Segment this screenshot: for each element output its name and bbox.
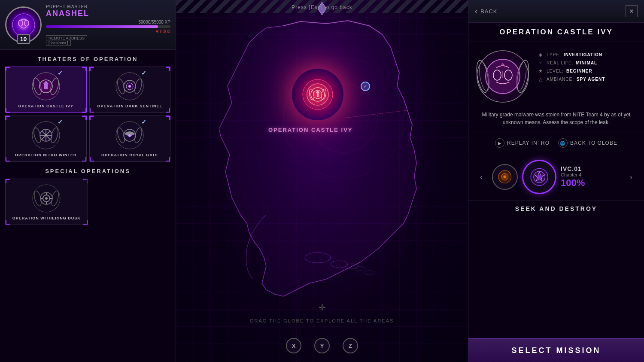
stat-level: ★ LEVEL: BEGINNER — [537, 68, 638, 74]
op-check-nitro-winter: ✓ — [58, 119, 63, 125]
svg-point-26 — [128, 134, 131, 137]
mission-carousel: ‹ IV — [468, 153, 644, 201]
player-info: PUPPET MASTER ANASHEL 50000/55000 XP ♥ 8… — [46, 4, 170, 45]
map-hotspot-castle-ivy[interactable] — [292, 69, 343, 120]
stat-real-life: ☜ REAL LIFE: MINIMAL — [537, 60, 638, 66]
theaters-title: THEATERS OF OPERATION — [0, 50, 176, 67]
level-icon: ★ — [537, 68, 544, 74]
continent-map — [197, 17, 447, 318]
op-emblem-withering-dusk — [31, 183, 61, 213]
mission-thumb-active[interactable] — [522, 160, 556, 194]
op-badge-large — [475, 49, 531, 104]
heart-icon: ♥ — [156, 29, 159, 34]
player-header: 10 PUPPET MASTER ANASHEL 50000/55000 XP … — [0, 0, 176, 50]
carousel-items: IVC.01 Chapter 4 100% — [492, 160, 620, 194]
drag-hint: DRAG THE GLOBE TO EXPLORE ALL THE AREAS — [250, 318, 394, 323]
player-level: 10 — [17, 34, 30, 44]
player-rank: PUPPET MASTER — [46, 4, 170, 9]
location-pin — [361, 82, 370, 91]
ambiance-value: SPY AGENT — [577, 77, 605, 82]
type-label: TYPE: — [547, 52, 561, 57]
chevron-left-icon: ‹ — [475, 7, 478, 16]
map-btn-z[interactable]: Z — [343, 338, 358, 353]
move-icon: ✛ — [319, 302, 326, 313]
back-hint: Press [Esc] to go back — [292, 4, 352, 10]
op-stats: ◈ TYPE: INVESTIGATION ☜ REAL LIFE: MINIM… — [537, 49, 638, 104]
mission-name: SEEK AND DESTROY — [468, 201, 644, 216]
ambiance-icon: △ — [537, 76, 544, 82]
type-icon: ◈ — [537, 52, 544, 58]
close-button[interactable]: ✕ — [626, 5, 638, 17]
op-emblem-castle-ivy: ✓ — [31, 71, 61, 101]
globe-icon: 🌐 — [558, 138, 568, 148]
select-mission-button[interactable]: SELECT MISSION — [468, 338, 644, 362]
svg-point-32 — [45, 197, 48, 200]
map-btn-x[interactable]: X — [286, 338, 301, 353]
level-value: BEGINNER — [566, 69, 592, 73]
type-value: INVESTIGATION — [564, 52, 602, 57]
right-panel: ‹ BACK ✕ OPERATION CASTLE IVY — [468, 0, 644, 362]
op-emblem-nitro-winter: ✓ — [31, 120, 61, 150]
svg-point-41 — [356, 266, 365, 271]
right-panel-header: ‹ BACK ✕ — [468, 0, 644, 23]
mission-info: IVC.01 Chapter 4 100% — [561, 165, 620, 189]
mission-percent: 100% — [561, 177, 620, 189]
op-card-nitro-winter[interactable]: ✓ OPERATION NITRO WINTER — [5, 116, 87, 162]
ambiance-label: AMBIANCE: — [547, 77, 574, 82]
op-description: Military grade malware was stolen from N… — [468, 111, 644, 133]
stat-ambiance: △ AMBIANCE: SPY AGENT — [537, 76, 638, 82]
op-card-castle-ivy[interactable]: ✓ OPERATION CASTLE IVY — [5, 67, 87, 113]
op-card-royal-gate[interactable]: ✓ OPERATION ROYAL GATE — [89, 116, 171, 162]
remote-address-value: [ localhost ] — [46, 40, 71, 46]
mission-chapter: Chapter 4 — [561, 172, 620, 177]
operations-grid: ✓ OPERATION CASTLE IVY ✓ OPERATION DARK … — [0, 67, 176, 162]
avatar-container: 10 — [5, 6, 42, 43]
remote-address: REMOTE ADDRESS [ localhost ] — [46, 36, 170, 45]
carousel-next-button[interactable]: › — [625, 170, 638, 183]
operation-title: OPERATION CASTLE IVY — [468, 23, 644, 42]
back-to-globe-label: BACK TO GLOBE — [570, 140, 617, 146]
op-name-royal-gate: OPERATION ROYAL GATE — [94, 153, 166, 157]
map-buttons: X Y Z — [286, 338, 358, 353]
op-details: ◈ TYPE: INVESTIGATION ☜ REAL LIFE: MINIM… — [468, 42, 644, 111]
xp-fill — [46, 25, 158, 28]
health-value: 8000 — [160, 29, 170, 34]
carousel-prev-button[interactable]: ‹ — [475, 170, 488, 183]
map-area[interactable]: Press [Esc] to go back — [176, 0, 468, 362]
special-ops-grid: OPERATION WITHERING DUSK — [0, 179, 176, 225]
map-btn-y[interactable]: Y — [314, 338, 330, 353]
op-check-dark-sentinel: ✓ — [141, 70, 146, 76]
real-life-value: MINIMAL — [576, 61, 597, 65]
op-card-dark-sentinel[interactable]: ✓ OPERATION DARK SENTINEL — [89, 67, 171, 113]
level-label: LEVEL: — [547, 69, 564, 73]
stat-type: ◈ TYPE: INVESTIGATION — [537, 52, 638, 58]
op-check-castle-ivy: ✓ — [58, 70, 63, 76]
mission-code: IVC.01 — [561, 165, 620, 172]
real-life-label: REAL LIFE: — [547, 61, 573, 65]
op-check-royal-gate: ✓ — [141, 119, 146, 125]
xp-values: 50000/55000 XP — [46, 20, 170, 24]
health-display: ♥ 8000 — [46, 29, 170, 34]
replay-intro-button[interactable]: ▶ REPLAY INTRO — [495, 138, 550, 148]
xp-bar-container: 50000/55000 XP — [46, 20, 170, 28]
real-life-icon: ☜ — [537, 60, 544, 66]
replay-intro-label: REPLAY INTRO — [507, 140, 550, 146]
op-name-nitro-winter: OPERATION NITRO WINTER — [10, 153, 82, 157]
play-icon: ▶ — [495, 138, 504, 148]
op-card-withering-dusk[interactable]: OPERATION WITHERING DUSK — [5, 179, 88, 225]
svg-point-68 — [538, 175, 541, 179]
op-actions: ▶ REPLAY INTRO 🌐 BACK TO GLOBE — [468, 133, 644, 153]
op-name-castle-ivy: OPERATION CASTLE IVY — [10, 104, 82, 108]
back-button[interactable]: ‹ BACK — [475, 7, 497, 16]
close-icon: ✕ — [629, 8, 634, 15]
hotspot-label: OPERATION CASTLE IVY — [268, 127, 353, 133]
op-emblem-royal-gate: ✓ — [115, 120, 145, 150]
back-to-globe-button[interactable]: 🌐 BACK TO GLOBE — [558, 138, 617, 148]
op-name-withering-dusk: OPERATION WITHERING DUSK — [10, 216, 83, 220]
back-label: BACK — [480, 8, 497, 15]
mission-thumb-prev[interactable] — [492, 164, 518, 190]
left-panel: 10 PUPPET MASTER ANASHEL 50000/55000 XP … — [0, 0, 176, 362]
op-emblem-dark-sentinel: ✓ — [115, 71, 145, 101]
special-ops-title: SPECIAL OPERATIONS — [0, 162, 176, 179]
player-name: ANASHEL — [46, 9, 170, 18]
